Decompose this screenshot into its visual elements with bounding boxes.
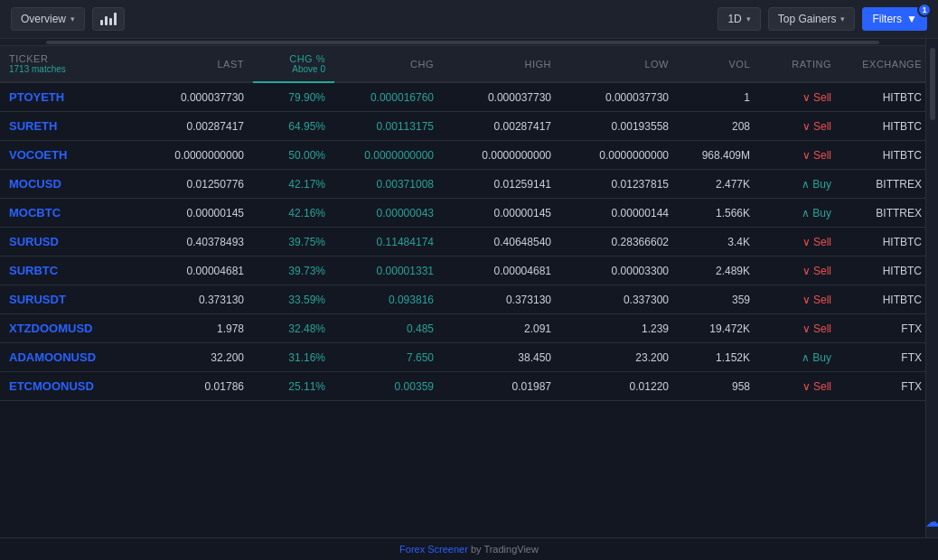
- top-bar-right: 1D ▾ Top Gainers ▾ Filters ▼ 1: [718, 7, 927, 31]
- scroll-area[interactable]: PTOYETH 0.000037730 79.90% 0.000016760 0…: [0, 83, 925, 537]
- cell-chg: 0.00000043: [334, 199, 443, 228]
- ticker-link[interactable]: PTOYETH: [9, 90, 64, 104]
- cell-rating: ∧ Buy: [759, 170, 840, 199]
- cell-exchange: FTX: [840, 372, 925, 401]
- rating-icon: ∨: [802, 91, 811, 104]
- table-body: PTOYETH 0.000037730 79.90% 0.000016760 0…: [0, 83, 925, 401]
- cell-ticker[interactable]: MOCUSD: [0, 170, 136, 199]
- cell-ticker[interactable]: SURETH: [0, 112, 136, 141]
- ticker-link[interactable]: ADAMOONUSD: [9, 350, 96, 364]
- cell-exchange: FTX: [840, 343, 925, 372]
- cell-rating: ∧ Buy: [759, 343, 840, 372]
- top-gainers-label: Top Gainers: [778, 13, 837, 25]
- ticker-label: TICKER: [9, 53, 48, 64]
- table-row[interactable]: PTOYETH 0.000037730 79.90% 0.000016760 0…: [0, 83, 925, 112]
- cell-exchange: HITBTC: [840, 112, 925, 141]
- cell-rating: ∨ Sell: [759, 83, 840, 112]
- ticker-link[interactable]: MOCUSD: [9, 177, 61, 191]
- cell-ticker[interactable]: MOCBTC: [0, 199, 136, 228]
- cell-ticker[interactable]: XTZDOOMUSD: [0, 314, 136, 343]
- table-row[interactable]: ADAMOONUSD 32.200 31.16% 7.650 38.450 23…: [0, 343, 925, 372]
- cell-ticker[interactable]: ADAMOONUSD: [0, 343, 136, 372]
- period-button[interactable]: 1D ▾: [718, 7, 760, 31]
- table-row[interactable]: SURBTC 0.00004681 39.73% 0.00001331 0.00…: [0, 257, 925, 285]
- rating-label: Sell: [813, 294, 831, 306]
- cell-last: 0.01786: [136, 372, 253, 401]
- cell-chg: 0.00359: [334, 372, 443, 401]
- col-header-chg-pct[interactable]: CHG % Above 0: [253, 46, 334, 82]
- table-header: TICKER 1713 matches LAST CHG % Above 0 C…: [0, 46, 925, 82]
- col-header-low[interactable]: LOW: [560, 46, 678, 82]
- cell-exchange: HITBTC: [840, 285, 925, 314]
- cell-rating: ∨ Sell: [759, 372, 840, 401]
- bars-icon: [100, 13, 117, 25]
- filter-badge: 1: [917, 3, 932, 17]
- cell-rating: ∧ Buy: [759, 199, 840, 228]
- cell-chg: 0.000016760: [334, 83, 443, 112]
- cell-ticker[interactable]: SURBTC: [0, 257, 136, 285]
- cell-last: 0.373130: [136, 285, 253, 314]
- scrollbar-thumb: [930, 48, 935, 120]
- chart-button[interactable]: [92, 7, 125, 31]
- cell-chg-pct: 42.16%: [253, 199, 334, 228]
- chevron-down-icon: ▾: [70, 14, 75, 23]
- ticker-link[interactable]: SURETH: [9, 119, 57, 133]
- cell-last: 0.40378493: [136, 228, 253, 257]
- table-row[interactable]: XTZDOOMUSD 1.978 32.48% 0.485 2.091 1.23…: [0, 314, 925, 343]
- ticker-link[interactable]: MOCBTC: [9, 206, 61, 219]
- table-row[interactable]: VOCOETH 0.0000000000 50.00% 0.0000000000…: [0, 141, 925, 170]
- ticker-link[interactable]: SURUSD: [9, 235, 59, 248]
- cell-last: 0.00287417: [136, 112, 253, 141]
- cell-low: 0.00000144: [560, 199, 678, 228]
- ticker-link[interactable]: SURUSDT: [9, 293, 66, 306]
- col-header-ticker[interactable]: TICKER 1713 matches: [0, 46, 136, 82]
- footer-link[interactable]: Forex Screener: [399, 544, 468, 555]
- table-row[interactable]: SURUSDT 0.373130 33.59% 0.093816 0.37313…: [0, 285, 925, 314]
- cell-ticker[interactable]: VOCOETH: [0, 141, 136, 170]
- chevron-down-icon: ▾: [746, 14, 751, 23]
- cell-ticker[interactable]: SURUSD: [0, 228, 136, 257]
- cell-rating: ∨ Sell: [759, 314, 840, 343]
- cell-low: 0.337300: [560, 285, 678, 314]
- ticker-link[interactable]: VOCOETH: [9, 148, 67, 162]
- cell-exchange: HITBTC: [840, 257, 925, 285]
- col-header-high[interactable]: HIGH: [443, 46, 560, 82]
- ticker-link[interactable]: SURBTC: [9, 264, 58, 277]
- cell-high: 0.000037730: [443, 83, 560, 112]
- filters-label: Filters: [872, 13, 902, 25]
- overview-button[interactable]: Overview ▾: [11, 7, 85, 31]
- cell-chg-pct: 39.73%: [253, 257, 334, 285]
- top-scrollbar: [0, 39, 925, 46]
- cell-chg: 0.093816: [334, 285, 443, 314]
- rating-label: Sell: [813, 265, 831, 277]
- cell-exchange: BITTREX: [840, 170, 925, 199]
- col-header-exchange[interactable]: EXCHANGE: [840, 46, 925, 82]
- col-header-chg[interactable]: CHG: [334, 46, 443, 82]
- table-row[interactable]: MOCBTC 0.00000145 42.16% 0.00000043 0.00…: [0, 199, 925, 228]
- col-header-vol[interactable]: VOL: [678, 46, 759, 82]
- rating-label: Buy: [812, 351, 831, 364]
- filters-button[interactable]: Filters ▼ 1: [862, 7, 927, 31]
- cell-chg-pct: 32.48%: [253, 314, 334, 343]
- table-row[interactable]: SURETH 0.00287417 64.95% 0.00113175 0.00…: [0, 112, 925, 141]
- cell-vol: 359: [678, 285, 759, 314]
- ticker-link[interactable]: XTZDOOMUSD: [9, 322, 92, 335]
- cell-vol: 1.152K: [678, 343, 759, 372]
- table-row[interactable]: MOCUSD 0.01250776 42.17% 0.00371008 0.01…: [0, 170, 925, 199]
- rating-label: Sell: [813, 236, 831, 248]
- cell-last: 1.978: [136, 314, 253, 343]
- rating-label: Sell: [813, 91, 831, 104]
- col-header-last[interactable]: LAST: [136, 46, 253, 82]
- cell-chg: 0.00371008: [334, 170, 443, 199]
- cell-chg: 7.650: [334, 343, 443, 372]
- ticker-link[interactable]: ETCMOONUSD: [9, 379, 94, 393]
- cloud-icon[interactable]: ☁: [925, 513, 939, 530]
- cell-ticker[interactable]: SURUSDT: [0, 285, 136, 314]
- col-header-rating[interactable]: RATING: [759, 46, 840, 82]
- cell-ticker[interactable]: ETCMOONUSD: [0, 372, 136, 401]
- table-row[interactable]: ETCMOONUSD 0.01786 25.11% 0.00359 0.0198…: [0, 372, 925, 401]
- table-row[interactable]: SURUSD 0.40378493 39.75% 0.11484174 0.40…: [0, 228, 925, 257]
- cell-ticker[interactable]: PTOYETH: [0, 83, 136, 112]
- top-gainers-button[interactable]: Top Gainers ▾: [768, 7, 856, 31]
- cell-high: 0.00004681: [443, 257, 560, 285]
